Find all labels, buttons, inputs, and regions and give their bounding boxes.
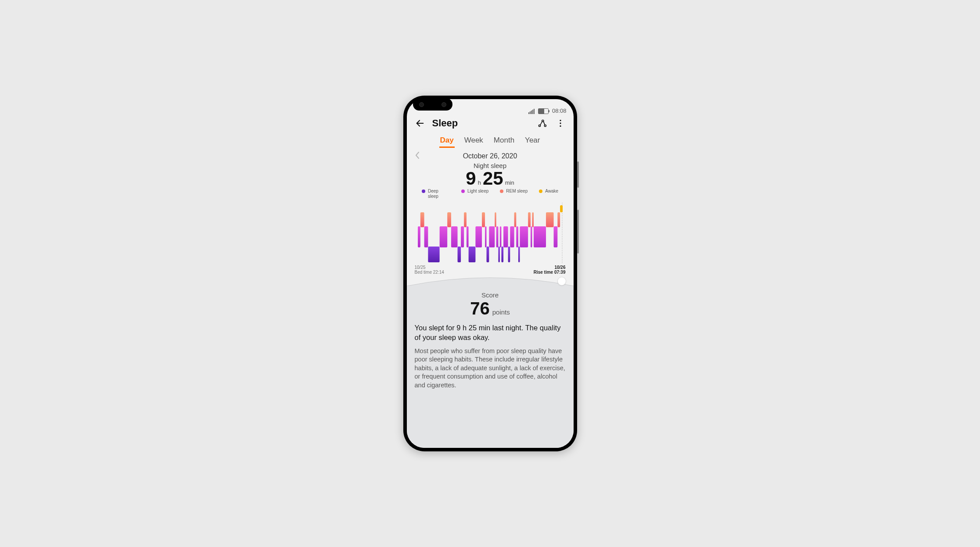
svg-line-4 — [540, 122, 542, 125]
phone-frame: 08:08 Sleep Day Week Mon — [403, 96, 577, 451]
svg-rect-14 — [439, 226, 447, 247]
minutes-value: 25 — [483, 169, 503, 188]
svg-rect-34 — [510, 226, 514, 247]
current-date: October 26, 2020 — [463, 152, 517, 160]
svg-rect-10 — [418, 226, 420, 247]
svg-point-8 — [560, 125, 561, 127]
hours-value: 9 — [466, 169, 476, 188]
svg-rect-24 — [485, 226, 487, 247]
clock: 08:08 — [552, 107, 567, 114]
dot-icon — [539, 189, 542, 193]
more-button[interactable] — [554, 118, 567, 128]
legend-light: Light sleep — [461, 189, 488, 199]
screen: 08:08 Sleep Day Week Mon — [407, 99, 574, 448]
svg-rect-16 — [451, 226, 457, 247]
sleep-chart[interactable]: 10/25 Bed time 22:14 10/26 Rise time 07:… — [407, 203, 574, 275]
svg-rect-37 — [518, 247, 520, 262]
tab-week[interactable]: Week — [463, 134, 484, 148]
svg-rect-18 — [461, 226, 464, 247]
legend-rem: REM sleep — [500, 189, 528, 199]
sleep-duration: 9 h 25 min — [407, 169, 574, 188]
svg-rect-22 — [475, 226, 482, 247]
minutes-unit: min — [505, 179, 514, 186]
rise-time: Rise time 07:39 — [534, 270, 566, 275]
svg-line-5 — [543, 122, 545, 125]
svg-point-6 — [560, 120, 561, 121]
svg-rect-43 — [546, 212, 554, 227]
date-row: October 26, 2020 — [407, 150, 574, 161]
svg-rect-31 — [501, 247, 503, 262]
svg-rect-30 — [499, 226, 501, 247]
svg-rect-39 — [528, 212, 531, 227]
chevron-left-icon — [415, 151, 420, 159]
svg-rect-13 — [428, 247, 439, 262]
score-unit: points — [492, 308, 510, 316]
svg-rect-11 — [420, 212, 424, 227]
tab-year[interactable]: Year — [524, 134, 541, 148]
dot-icon — [422, 189, 425, 193]
scrubber-thumb[interactable] — [558, 277, 566, 285]
sleep-summary: You slept for 9 h 25 min last night. The… — [415, 323, 566, 343]
score-line: 76 points — [415, 299, 566, 318]
svg-rect-25 — [486, 247, 489, 262]
arc-icon — [407, 275, 574, 286]
svg-rect-33 — [508, 247, 510, 262]
chart-legend: Deep sleep Light sleep REM sleep Awake — [407, 189, 574, 199]
svg-rect-15 — [447, 212, 451, 227]
share-nodes-icon — [537, 118, 547, 128]
sleep-advice: Most people who suffer from poor sleep q… — [415, 347, 566, 390]
header: Sleep — [407, 115, 574, 131]
signal-icon — [528, 109, 535, 114]
prev-day-button[interactable] — [415, 151, 420, 161]
svg-rect-20 — [466, 226, 468, 247]
score-value: 76 — [470, 299, 490, 318]
svg-rect-21 — [468, 247, 475, 262]
svg-rect-29 — [498, 247, 500, 262]
svg-rect-12 — [424, 226, 428, 247]
bed-time: Bed time 22:14 — [415, 270, 444, 275]
svg-rect-36 — [516, 226, 518, 247]
svg-rect-44 — [553, 226, 557, 247]
page-title: Sleep — [432, 118, 530, 129]
chart-axis-labels: 10/25 Bed time 22:14 10/26 Rise time 07:… — [412, 264, 568, 275]
score-label: Score — [415, 291, 566, 299]
svg-rect-42 — [534, 226, 546, 247]
sleep-chart-svg — [418, 203, 563, 264]
svg-rect-27 — [495, 212, 496, 227]
svg-point-7 — [560, 122, 561, 124]
svg-rect-32 — [503, 226, 508, 247]
battery-icon — [538, 108, 549, 114]
svg-rect-38 — [520, 226, 528, 247]
svg-rect-17 — [457, 247, 461, 262]
camera-notch — [413, 98, 452, 111]
svg-rect-19 — [464, 212, 467, 227]
bed-date: 10/25 — [415, 265, 444, 270]
back-button[interactable] — [414, 118, 426, 128]
rise-date: 10/26 — [534, 265, 566, 270]
svg-rect-40 — [530, 226, 532, 247]
range-tabs: Day Week Month Year — [407, 131, 574, 150]
timeline-scrubber[interactable] — [407, 275, 574, 286]
tab-month[interactable]: Month — [493, 134, 515, 148]
svg-rect-26 — [489, 226, 495, 247]
svg-rect-45 — [557, 212, 560, 227]
dot-icon — [461, 189, 465, 193]
arrow-left-icon — [415, 118, 425, 128]
svg-rect-46 — [560, 205, 563, 212]
dot-icon — [500, 189, 503, 193]
svg-rect-41 — [532, 212, 534, 227]
hours-unit: h — [478, 179, 481, 186]
legend-awake: Awake — [539, 189, 558, 199]
share-button[interactable] — [536, 118, 548, 128]
svg-rect-28 — [496, 226, 498, 247]
svg-rect-35 — [514, 212, 516, 227]
svg-rect-23 — [482, 212, 485, 227]
tab-day[interactable]: Day — [439, 134, 455, 148]
more-vertical-icon — [556, 118, 565, 128]
legend-deep: Deep sleep — [422, 189, 450, 199]
score-panel: Score 76 points You slept for 9 h 25 min… — [407, 286, 574, 448]
